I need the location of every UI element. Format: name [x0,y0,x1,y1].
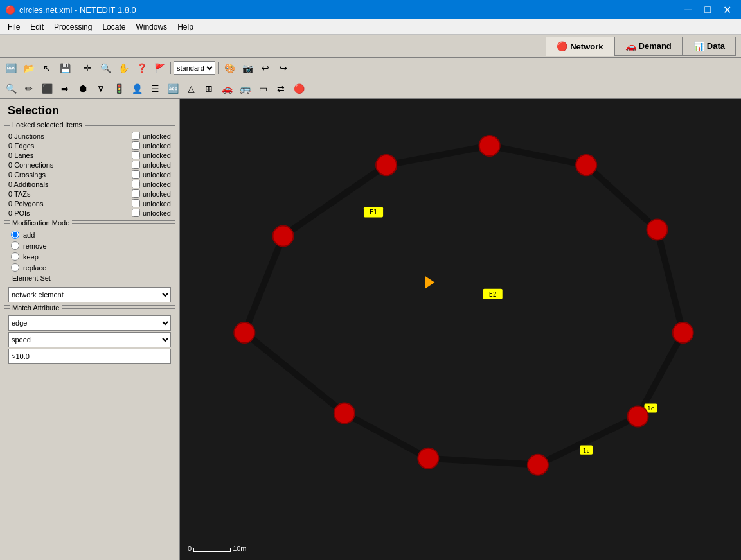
taz-unlock: unlocked [143,190,171,198]
edge-label-text-1: E1 [370,209,377,216]
menu-locate[interactable]: Locate [97,21,130,33]
left-panel: Selection Locked selected items 0 Juncti… [0,99,180,560]
palette-button[interactable]: 🎨 [221,60,238,76]
swap-btn[interactable]: ⇄ [272,80,289,97]
panel-content[interactable]: Locked selected items 0 Junctions unlock… [0,120,179,560]
grid-btn[interactable]: ⊞ [201,80,217,97]
node-rightbottom[interactable] [673,322,693,343]
crossing-checkbox[interactable] [132,170,140,179]
junction-checkbox[interactable] [132,132,140,140]
radio-keep-input[interactable] [11,252,19,261]
minimize-button[interactable]: ─ [679,1,697,19]
new-button[interactable]: 🆕 [3,60,19,76]
inspect-button[interactable]: ✛ [79,60,96,76]
yield-btn[interactable]: ⛛ [93,80,109,97]
radio-remove-label: remove [23,242,47,250]
connection-unlock: unlocked [143,161,171,169]
additional-count: 0 Additionals [8,180,48,188]
zoom-button[interactable]: 🔍 [97,60,114,76]
locked-row-polygons: 0 Polygons unlocked [8,198,171,208]
locked-row-edges: 0 Edges unlocked [8,141,171,150]
menu-help[interactable]: Help [172,21,199,33]
taz-checkbox[interactable] [132,189,140,198]
scale-label: 10m [233,545,246,552]
redo-button[interactable]: ↪ [275,60,292,76]
rect-btn[interactable]: ▭ [254,80,271,97]
menubar: File Edit Processing Locate Windows Help [0,19,741,35]
polygon-checkbox[interactable] [132,199,140,207]
triangle-btn[interactable]: △ [183,80,199,97]
match-attr1-select[interactable]: edge [8,315,171,331]
radio-add-label: add [23,231,35,239]
scale-zero: 0 [188,545,192,552]
node-bottomleft[interactable] [418,448,438,469]
locked-items-content: 0 Junctions unlocked 0 Edges [8,131,171,218]
locked-items-group: Locked selected items 0 Junctions unlock… [4,125,175,221]
edge-label-text-4: 1c [583,448,590,454]
flag-button[interactable]: 🚩 [151,60,168,76]
junction-btn[interactable]: ⬢ [75,80,91,97]
camera-button[interactable]: 📷 [239,60,256,76]
net-btn[interactable]: ⬛ [39,80,55,97]
maximize-button[interactable]: □ [699,1,717,19]
edge-label-text-3: 1c [647,405,654,412]
radio-keep: keep [8,251,171,262]
additional-checkbox[interactable] [132,180,140,188]
app-title: circles.net.xml - NETEDIT 1.8.0 [19,5,136,15]
open-button[interactable]: 📂 [21,60,37,76]
additional-unlock: unlocked [143,180,171,188]
lane-count: 0 Lanes [8,152,33,159]
edge-checkbox[interactable] [132,141,140,150]
node-top[interactable] [376,155,397,175]
car-btn[interactable]: 🚗 [219,80,235,97]
poi-checkbox[interactable] [132,209,140,217]
text-btn[interactable]: 🔤 [165,80,181,97]
node-leftbottom[interactable] [334,403,355,423]
tab-data[interactable]: 📊 Data [683,37,736,56]
undo-button[interactable]: ↩ [257,60,274,76]
menu-file[interactable]: File [3,21,25,33]
toolbar2: 🔍 ✏ ⬛ ➡ ⬢ ⛛ 🚦 👤 ☰ 🔤 △ ⊞ 🚗 🚌 ▭ ⇄ 🔴 [0,78,741,99]
person-btn[interactable]: 👤 [129,80,145,97]
radio-add-input[interactable] [11,231,19,239]
menu-windows[interactable]: Windows [130,21,172,33]
save-button[interactable]: 💾 [57,60,73,76]
lane-unlock: unlocked [143,152,171,159]
search-btn2[interactable]: 🔍 [3,80,19,97]
menu-edit[interactable]: Edit [25,21,49,33]
node-right[interactable] [647,219,667,240]
lane-checkbox[interactable] [132,151,140,159]
signal-btn[interactable]: 🚦 [111,80,127,97]
lines-btn[interactable]: ☰ [147,80,163,97]
radio-replace: replace [8,262,171,273]
eraser-btn[interactable]: ✏ [21,80,37,97]
toolbar-sep2 [170,62,171,74]
node-topleft[interactable] [272,225,293,246]
info-button[interactable]: ❓ [133,60,150,76]
node-righttop[interactable] [576,155,596,175]
menu-processing[interactable]: Processing [49,21,97,33]
radio-replace-label: replace [23,264,46,272]
connection-checkbox[interactable] [132,161,140,169]
arrow-btn[interactable]: ➡ [57,80,73,97]
close-button[interactable]: ✕ [718,1,736,19]
view-selector[interactable]: standard [174,61,215,75]
bus-btn[interactable]: 🚌 [237,80,253,97]
tab-network[interactable]: 🔴 Network [546,37,614,56]
match-filter-input[interactable] [8,349,171,364]
node-bottom[interactable] [528,455,548,475]
select-button[interactable]: ↖ [39,60,55,76]
move-button[interactable]: ✋ [115,60,132,76]
tab-demand[interactable]: 🚗 Demand [614,37,683,56]
radio-remove-input[interactable] [11,241,19,250]
locked-row-connections: 0 Connections unlocked [8,160,171,170]
node-left[interactable] [234,322,254,343]
scale-bar: 0 10m [188,545,247,552]
stop-btn[interactable]: 🔴 [290,80,307,97]
element-set-select[interactable]: network element [8,287,171,302]
canvas-area[interactable]: E1 E2 1c 1c 0 [180,99,741,560]
node-topright[interactable] [479,136,500,156]
radio-replace-input[interactable] [11,263,19,272]
match-attr2-select[interactable]: speed [8,332,171,347]
node-bottomright[interactable] [627,406,648,426]
